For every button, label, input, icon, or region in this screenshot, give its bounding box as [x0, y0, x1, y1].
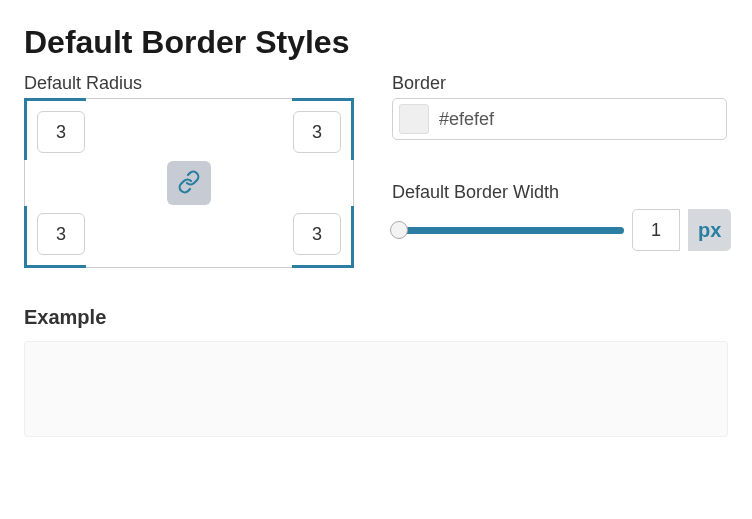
border-color-input[interactable] — [429, 109, 726, 130]
page-title: Default Border Styles — [24, 24, 728, 61]
example-title: Example — [24, 306, 728, 329]
border-width-label: Default Border Width — [392, 182, 731, 203]
border-width-input[interactable] — [632, 209, 680, 251]
border-width-slider[interactable] — [392, 220, 624, 240]
link-corners-button[interactable] — [167, 161, 211, 205]
radius-input-bl[interactable] — [37, 213, 85, 255]
link-icon — [177, 170, 201, 197]
slider-track — [392, 227, 624, 234]
border-color-label: Border — [392, 73, 731, 94]
radius-input-tr[interactable] — [293, 111, 341, 153]
border-width-unit[interactable]: px — [688, 209, 731, 251]
radius-control — [24, 98, 354, 268]
radius-input-br[interactable] — [293, 213, 341, 255]
radius-label: Default Radius — [24, 73, 354, 94]
example-preview — [24, 341, 728, 437]
slider-thumb[interactable] — [390, 221, 408, 239]
radius-input-tl[interactable] — [37, 111, 85, 153]
border-color-swatch[interactable] — [399, 104, 429, 134]
border-color-field — [392, 98, 727, 140]
